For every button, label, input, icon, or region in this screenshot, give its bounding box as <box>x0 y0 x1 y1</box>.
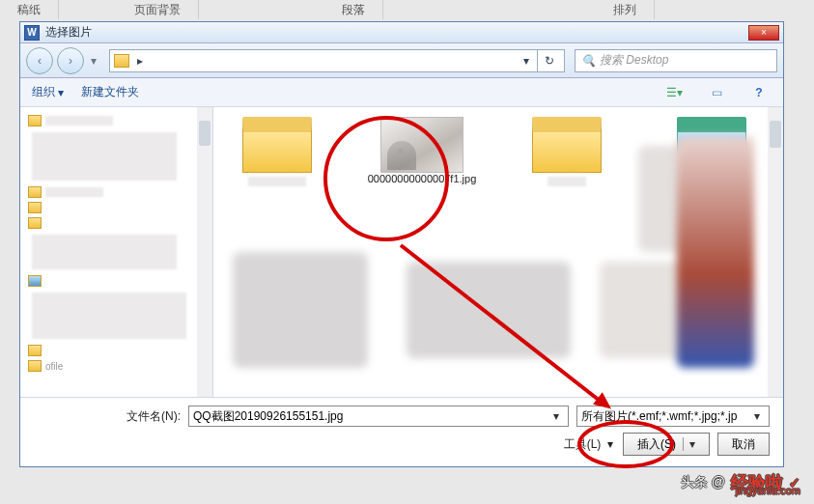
breadcrumb-dropdown-icon[interactable]: ▾ <box>519 54 533 68</box>
close-button[interactable]: × <box>748 25 779 41</box>
organize-label: 组织 <box>32 84 55 100</box>
newfolder-button[interactable]: 新建文件夹 <box>81 84 139 100</box>
folder-icon <box>28 217 42 229</box>
tree-label <box>45 187 103 197</box>
tree-item[interactable]: ofile <box>24 358 209 374</box>
folder-icon <box>242 117 312 173</box>
ribbon-group: 页面背景 <box>117 0 199 19</box>
dialog-footer: 文件名(N): QQ截图20190926155151.jpg ▾ 所有图片(*.… <box>20 397 783 471</box>
breadcrumb-separator-icon[interactable]: ▸ <box>133 54 147 68</box>
help-button[interactable]: ? <box>746 83 772 102</box>
view-mode-button[interactable]: ☰ ▾ <box>661 83 687 102</box>
filename-input[interactable]: QQ截图20190926155151.jpg ▾ <box>188 406 569 427</box>
refresh-button[interactable]: ↻ <box>537 49 560 72</box>
pane-icon: ▭ <box>712 86 722 99</box>
back-button[interactable]: ‹ <box>26 47 53 74</box>
insert-button[interactable]: 插入(S) ▾ <box>623 433 710 456</box>
search-placeholder: 搜索 Desktop <box>600 52 668 69</box>
insert-label: 插入(S) <box>637 436 676 453</box>
ribbon-group: 排列 <box>596 0 655 19</box>
file-open-dialog: W 选择图片 × ‹ › ▾ ▸ ▾ ↻ 🔍 搜索 Desktop 组织 ▾ 新… <box>19 21 784 467</box>
scroll-thumb[interactable] <box>199 121 211 146</box>
scroll-thumb[interactable] <box>770 121 781 148</box>
chevron-down-icon: ▾ <box>58 86 64 99</box>
tree-item[interactable] <box>24 184 209 200</box>
preview-pane-button[interactable]: ▭ <box>704 83 729 102</box>
view-icon: ☰ <box>666 86 677 99</box>
image-thumbnail <box>380 117 463 173</box>
cancel-button[interactable]: 取消 <box>717 433 770 456</box>
tree-item[interactable] <box>24 113 209 128</box>
address-bar[interactable]: ▸ ▾ ↻ <box>109 49 565 72</box>
watermark-prefix: 头条 @ <box>681 474 725 491</box>
folder-icon <box>532 117 602 173</box>
tools-button[interactable]: 工具(L) ▾ <box>564 436 613 453</box>
filter-value: 所有图片(*.emf;*.wmf;*.jpg;*.jp <box>581 408 749 425</box>
tree-label <box>45 116 113 126</box>
filename-label: 文件名(N): <box>34 408 188 425</box>
dialog-title: 选择图片 <box>45 24 748 41</box>
nav-bar: ‹ › ▾ ▸ ▾ ↻ 🔍 搜索 Desktop <box>20 43 783 78</box>
tools-label: 工具(L) <box>564 437 602 451</box>
folder-tree[interactable]: ofile <box>20 107 213 397</box>
chevron-down-icon: ▾ <box>677 86 683 99</box>
dialog-titlebar: W 选择图片 × <box>20 22 783 43</box>
folder-icon <box>28 115 42 126</box>
file-list[interactable]: 00000000000007f1.jpg <box>213 107 783 397</box>
nav-history-dropdown[interactable]: ▾ <box>88 47 99 74</box>
organize-button[interactable]: 组织 ▾ <box>32 84 64 100</box>
search-icon: 🔍 <box>581 54 596 68</box>
word-ribbon: 稿纸 页面背景 段落 排列 <box>0 0 814 19</box>
ribbon-group: 稿纸 <box>0 0 59 19</box>
scrollbar[interactable] <box>768 107 783 397</box>
chevron-down-icon[interactable]: ▾ <box>749 409 765 423</box>
chevron-down-icon: ▾ <box>607 437 613 451</box>
forward-button[interactable]: › <box>57 47 84 74</box>
search-input[interactable]: 🔍 搜索 Desktop <box>575 49 777 72</box>
dialog-toolbar: 组织 ▾ 新建文件夹 ☰ ▾ ▭ ? <box>20 78 783 107</box>
folder-icon <box>28 202 42 213</box>
tree-item[interactable] <box>24 200 209 215</box>
file-item-selected[interactable]: 00000000000007f1.jpg <box>364 117 480 186</box>
folder-icon <box>28 345 42 356</box>
scrollbar[interactable] <box>197 107 212 397</box>
tree-item[interactable] <box>24 273 209 289</box>
folder-item[interactable] <box>509 117 625 186</box>
folder-icon <box>28 186 42 198</box>
chevron-down-icon[interactable]: ▾ <box>683 437 695 451</box>
watermark: 头条 @ 经验啦 ✓ jingyanla.com <box>681 471 800 494</box>
filename-value: QQ截图20190926155151.jpg <box>193 408 548 425</box>
watermark-url: jingyanla.com <box>736 485 800 496</box>
file-name: 00000000000007f1.jpg <box>364 173 480 185</box>
help-icon: ? <box>755 86 762 99</box>
tree-item[interactable] <box>24 215 209 231</box>
folder-item[interactable] <box>219 117 335 186</box>
folder-icon <box>28 360 42 372</box>
chevron-down-icon[interactable]: ▾ <box>548 409 564 423</box>
folder-icon <box>114 54 129 68</box>
file-type-filter[interactable]: 所有图片(*.emf;*.wmf;*.jpg;*.jp ▾ <box>576 406 770 427</box>
tree-item[interactable] <box>24 343 209 358</box>
ribbon-group: 段落 <box>324 0 383 19</box>
drive-icon <box>28 275 42 287</box>
word-icon: W <box>24 25 40 41</box>
